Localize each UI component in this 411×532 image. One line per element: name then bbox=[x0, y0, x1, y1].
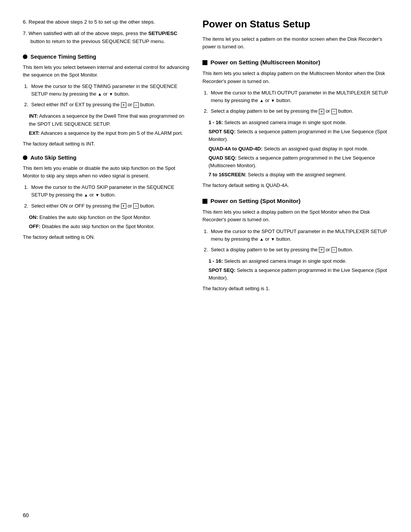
term-1-16-multi-label: 1 - 16: bbox=[209, 120, 223, 125]
arrow-down-icon-3: ▼ bbox=[271, 97, 275, 104]
sequence-timing-steps: Move the cursor to the SEQ TIMING parame… bbox=[30, 83, 190, 109]
term-ext-label: EXT: bbox=[29, 130, 40, 136]
step-7: 7. When satisfied with all of the above … bbox=[23, 30, 190, 45]
plus-icon-4: + bbox=[319, 247, 324, 252]
multiscreen-steps: Move the cursor to the MULTI OUTPUT para… bbox=[209, 89, 388, 115]
spot-monitor-factory-default: The factory default setting is 1. bbox=[202, 285, 388, 292]
step-7-bold: SETUP/ESC bbox=[148, 30, 177, 36]
term-quad-seq-multi: QUAD SEQ: Selects a sequence pattern pro… bbox=[209, 154, 388, 169]
arrow-up-icon-4: ▲ bbox=[260, 236, 264, 243]
term-1-16-spot: 1 - 16: Selects an assigned camera image… bbox=[209, 257, 388, 265]
sequence-timing-heading: Sequence Timing Setting bbox=[23, 54, 190, 60]
bullet-circle-icon bbox=[23, 54, 27, 59]
arrow-down-icon: ▼ bbox=[109, 91, 113, 97]
plus-icon-2: + bbox=[121, 203, 126, 209]
multiscreen-terms: 1 - 16: Selects an assigned camera image… bbox=[209, 119, 388, 179]
auto-skip-factory-default: The factory default setting is ON. bbox=[23, 233, 190, 241]
auto-skip-body: This item lets you enable or disable the… bbox=[23, 165, 190, 180]
multi-step-2: Select a display pattern to be set by pr… bbox=[209, 107, 388, 115]
spot-monitor-label: Power on Setting (Spot Monitor) bbox=[210, 198, 301, 204]
term-quad-seq-multi-label: QUAD SEQ: bbox=[209, 155, 237, 161]
step-7-rest: button to return to the previous SEQUENC… bbox=[30, 38, 165, 44]
multiscreen-label: Power on Setting (Multiscreen Monitor) bbox=[210, 59, 320, 66]
minus-icon-2: − bbox=[133, 203, 139, 209]
left-column: 6. Repeat the above steps 2 to 5 to set … bbox=[23, 18, 190, 509]
spot-monitor-body: This item lets you select a display patt… bbox=[202, 208, 388, 224]
term-int-label: INT: bbox=[29, 113, 38, 119]
arrow-up-icon-2: ▲ bbox=[84, 192, 88, 198]
term-16screen-multi: 7 to 16SCREEN: Selects a display with th… bbox=[209, 171, 388, 179]
auto-skip-label: Auto Skip Setting bbox=[30, 155, 76, 161]
arrow-down-icon-2: ▼ bbox=[95, 192, 99, 198]
term-off: OFF: Disables the auto skip function on … bbox=[29, 223, 190, 230]
arrow-down-icon-4: ▼ bbox=[271, 236, 275, 243]
bullet-circle-icon-2 bbox=[23, 155, 27, 160]
minus-icon: − bbox=[134, 102, 139, 108]
plus-icon-3: + bbox=[319, 109, 324, 114]
spot-monitor-heading: Power on Setting (Spot Monitor) bbox=[202, 198, 388, 204]
multi-step-1: Move the cursor to the MULTI OUTPUT para… bbox=[209, 89, 388, 104]
sequence-timing-label: Sequence Timing Setting bbox=[30, 54, 96, 60]
page-number: 60 bbox=[23, 512, 29, 518]
auto-skip-steps: Move the cursor to the AUTO SKIP paramet… bbox=[30, 184, 190, 209]
sequence-timing-body: This item lets you select between intern… bbox=[23, 64, 190, 79]
term-spot-seq-spot: SPOT SEQ: Selects a sequence pattern pro… bbox=[209, 267, 388, 282]
multiscreen-heading: Power on Setting (Multiscreen Monitor) bbox=[202, 59, 388, 66]
multiscreen-body: This item lets you select a display patt… bbox=[202, 70, 388, 85]
minus-icon-4: − bbox=[331, 247, 337, 252]
bullet-square-icon-2 bbox=[202, 199, 207, 204]
plus-icon: + bbox=[121, 102, 126, 108]
step-6-number: 6. bbox=[23, 19, 29, 25]
step-6-text: Repeat the above steps 2 to 5 to set up … bbox=[29, 19, 155, 25]
term-1-16-multi: 1 - 16: Selects an assigned camera image… bbox=[209, 119, 388, 126]
spot-monitor-steps: Move the cursor to the SPOT OUTPUT param… bbox=[209, 228, 388, 254]
auto-skip-step-1: Move the cursor to the AUTO SKIP paramet… bbox=[30, 184, 190, 199]
multiscreen-factory-default: The factory default setting is QUAD-4A. bbox=[202, 182, 388, 189]
step-7-text: When satisfied with all of the above ste… bbox=[29, 30, 147, 36]
term-16screen-multi-label: 7 to 16SCREEN: bbox=[209, 172, 247, 177]
right-column: Power on Status Setup The items let you … bbox=[202, 18, 388, 509]
spot-monitor-terms: 1 - 16: Selects an assigned camera image… bbox=[209, 257, 388, 282]
term-spot-seq-multi-label: SPOT SEQ: bbox=[209, 129, 236, 134]
seq-step-2: Select either INT or EXT by pressing the… bbox=[30, 101, 190, 109]
step-6: 6. Repeat the above steps 2 to 5 to set … bbox=[23, 18, 190, 26]
term-int: INT: Advances a sequence by the Dwell Ti… bbox=[29, 112, 190, 128]
spot-step-1: Move the cursor to the SPOT OUTPUT param… bbox=[209, 228, 388, 243]
page-container: 6. Repeat the above steps 2 to 5 to set … bbox=[0, 0, 411, 532]
spot-step-2: Select a display pattern to be set by pr… bbox=[209, 246, 388, 254]
term-quad-4a-multi: QUAD-4A to QUAD-4D: Selects an assigned … bbox=[209, 145, 388, 153]
auto-skip-heading: Auto Skip Setting bbox=[23, 155, 190, 161]
term-spot-seq-spot-label: SPOT SEQ: bbox=[209, 267, 236, 273]
term-ext: EXT: Advances a sequence by the input fr… bbox=[29, 129, 190, 137]
term-spot-seq-multi: SPOT SEQ: Selects a sequence pattern pro… bbox=[209, 128, 388, 143]
bullet-square-icon bbox=[202, 60, 207, 65]
seq-step-1: Move the cursor to the SEQ TIMING parame… bbox=[30, 83, 190, 98]
auto-skip-terms: ON: Enables the auto skip function on th… bbox=[29, 214, 190, 230]
page-title: Power on Status Setup bbox=[202, 18, 388, 30]
seq-factory-default: The factory default setting is INT. bbox=[23, 140, 190, 148]
intro-text: The items let you select a pattern on th… bbox=[202, 35, 388, 51]
term-1-16-spot-label: 1 - 16: bbox=[209, 258, 223, 264]
term-on: ON: Enables the auto skip function on th… bbox=[29, 214, 190, 221]
term-off-label: OFF: bbox=[29, 224, 40, 229]
sequence-timing-terms: INT: Advances a sequence by the Dwell Ti… bbox=[29, 112, 190, 137]
arrow-up-icon: ▲ bbox=[98, 91, 102, 97]
auto-skip-step-2: Select either ON or OFF by pressing the … bbox=[30, 202, 190, 210]
arrow-up-icon-3: ▲ bbox=[260, 97, 264, 104]
minus-icon-3: − bbox=[331, 109, 337, 114]
term-quad-4a-multi-label: QUAD-4A to QUAD-4D: bbox=[209, 146, 263, 152]
step-7-number: 7. bbox=[23, 30, 29, 36]
term-on-label: ON: bbox=[29, 214, 38, 220]
